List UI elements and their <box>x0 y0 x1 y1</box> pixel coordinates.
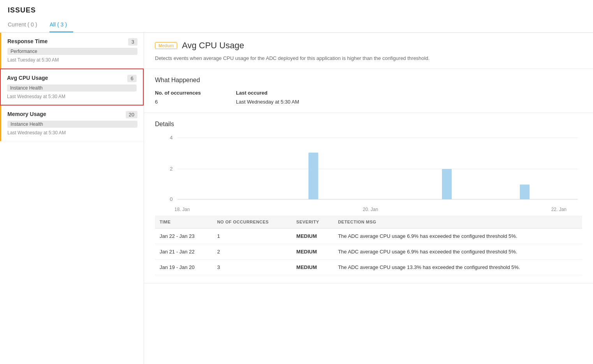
svg-text:4: 4 <box>170 135 173 140</box>
cell-severity: MEDIUM <box>292 259 333 275</box>
chart-x-label-2: 20. Jan <box>363 207 378 212</box>
issue-time: Last Wednesday at 5:30 AM <box>7 130 137 135</box>
last-occurred-label: Last occured <box>236 90 353 96</box>
svg-rect-6 <box>308 153 318 199</box>
cell-time: Jan 22 - Jan 23 <box>155 228 213 244</box>
details-table: TIME NO OF OCCURRENCES SEVERITY DETECTIO… <box>155 216 582 275</box>
detail-header: Medium Avg CPU Usage Detects events when… <box>144 33 593 69</box>
svg-text:2: 2 <box>170 166 173 171</box>
occurrences-value: 6 <box>155 99 233 105</box>
tab-all[interactable]: All ( 3 ) <box>49 18 73 32</box>
issue-time: Last Wednesday at 5:30 AM <box>7 94 137 99</box>
issue-category: Instance Health <box>7 121 137 128</box>
what-happened-grid: No. of occurrences Last occured 6 Last W… <box>155 90 582 105</box>
issue-title: Response Time <box>7 38 48 44</box>
col-occurrences: NO OF OCCURRENCES <box>213 216 292 229</box>
cell-time: Jan 19 - Jan 20 <box>155 259 213 275</box>
tabs-row: Current ( 0 ) All ( 3 ) <box>0 18 593 33</box>
svg-rect-7 <box>442 169 452 199</box>
chart-x-labels: 18. Jan 20. Jan 22. Jan <box>155 205 582 212</box>
issue-item-memory-usage[interactable]: Memory Usage 20 Instance Health Last Wed… <box>0 106 144 141</box>
issue-item-header: Memory Usage 20 <box>7 111 137 118</box>
what-happened-title: What Happened <box>155 77 582 84</box>
cell-message: The ADC average CPU usage 6.9% has excee… <box>333 228 582 244</box>
chart-svg: 4 2 0 <box>155 134 582 204</box>
issue-item-avg-cpu[interactable]: Avg CPU Usage 6 Instance Health Last Wed… <box>0 69 144 106</box>
cell-severity: MEDIUM <box>292 244 333 259</box>
issue-category: Performance <box>7 48 137 55</box>
detail-title-row: Medium Avg CPU Usage <box>155 40 582 51</box>
table-header-row: TIME NO OF OCCURRENCES SEVERITY DETECTIO… <box>155 216 582 229</box>
table-row: Jan 21 - Jan 22 2 MEDIUM The ADC average… <box>155 244 582 259</box>
table-row: Jan 19 - Jan 20 3 MEDIUM The ADC average… <box>155 259 582 275</box>
cell-occurrences: 3 <box>213 259 292 275</box>
issue-badge: 6 <box>127 75 137 82</box>
details-title: Details <box>155 121 582 128</box>
detail-description: Detects events when average CPU usage fo… <box>155 55 582 62</box>
chart-x-label-3: 22. Jan <box>551 207 567 212</box>
details-section: Details 4 2 0 <box>144 113 593 283</box>
issue-title: Avg CPU Usage <box>7 75 48 81</box>
severity-badge: Medium <box>155 42 177 49</box>
cell-time: Jan 21 - Jan 22 <box>155 244 213 259</box>
detail-panel: Medium Avg CPU Usage Detects events when… <box>144 33 593 364</box>
issue-badge: 20 <box>126 111 137 118</box>
col-message: DETECTION MSG <box>333 216 582 229</box>
col-severity: SEVERITY <box>292 216 333 229</box>
cell-message: The ADC average CPU usage 13.3% has exce… <box>333 259 582 275</box>
issue-category: Instance Health <box>7 84 137 91</box>
issue-badge: 3 <box>128 38 137 46</box>
issue-time: Last Tuesday at 5:30 AM <box>7 57 137 63</box>
issue-item-header: Avg CPU Usage 6 <box>7 75 137 82</box>
what-happened-section: What Happened No. of occurrences Last oc… <box>144 69 593 113</box>
occurrences-label: No. of occurrences <box>155 90 233 96</box>
cell-occurrences: 1 <box>213 228 292 244</box>
svg-text:0: 0 <box>170 196 173 202</box>
page-title: ISSUES <box>0 0 593 18</box>
last-occurred-value: Last Wednesday at 5:30 AM <box>236 99 353 105</box>
sidebar: Response Time 3 Performance Last Tuesday… <box>0 33 144 364</box>
cell-message: The ADC average CPU usage 6.9% has excee… <box>333 244 582 259</box>
page-container: ISSUES Current ( 0 ) All ( 3 ) Response … <box>0 0 593 364</box>
main-content: Response Time 3 Performance Last Tuesday… <box>0 33 593 364</box>
issue-item-header: Response Time 3 <box>7 38 137 46</box>
issue-item-response-time[interactable]: Response Time 3 Performance Last Tuesday… <box>0 33 144 69</box>
svg-rect-8 <box>520 185 530 199</box>
col-time: TIME <box>155 216 213 229</box>
cell-occurrences: 2 <box>213 244 292 259</box>
table-row: Jan 22 - Jan 23 1 MEDIUM The ADC average… <box>155 228 582 244</box>
detail-title: Avg CPU Usage <box>182 40 244 51</box>
cell-severity: MEDIUM <box>292 228 333 244</box>
issue-title: Memory Usage <box>7 111 46 117</box>
chart-x-label-1: 18. Jan <box>174 207 190 212</box>
tab-current[interactable]: Current ( 0 ) <box>8 18 43 32</box>
chart-area: 4 2 0 18. Jan 20. Jan 22. Jan <box>155 134 582 216</box>
